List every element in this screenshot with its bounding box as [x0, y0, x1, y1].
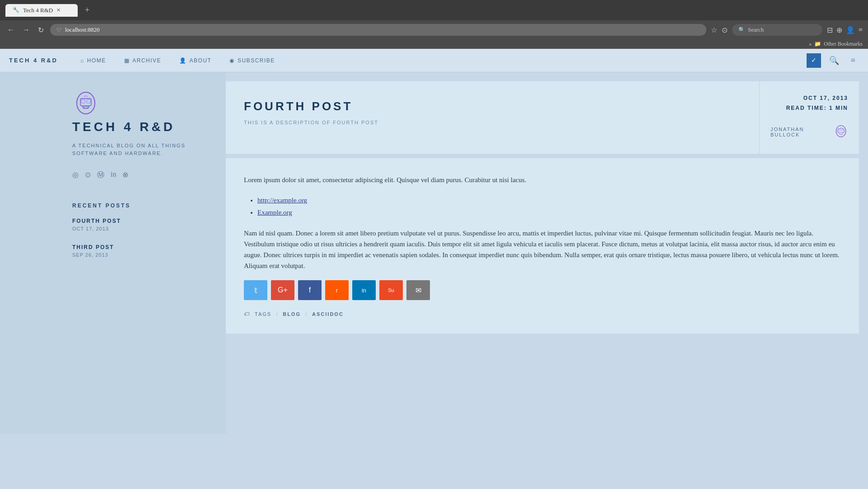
site-nav: TECH 4 R&D ⌂ HOME ▦ ARCHIVE 👤 ABOUT ◉ SU… [0, 49, 868, 72]
linkedin-icon[interactable]: in [111, 170, 116, 180]
browser-tab-active[interactable]: 🔧 Tech 4 R&D ✕ [5, 4, 78, 17]
nav-search-icon[interactable]: 🔍 [826, 52, 843, 69]
recent-post-third[interactable]: THIRD POST SEP 26, 2013 [72, 244, 199, 258]
social-icons: ◎ ⊙ Ⓜ in ⊗ [72, 170, 199, 180]
overflow-icon[interactable]: ≡ [859, 26, 863, 34]
recent-post-third-title: THIRD POST [72, 244, 199, 250]
post-link-1: http://example.org [257, 194, 841, 207]
post-tags: 🏷 TAGS / BLOG / ASCIIDOC [244, 311, 841, 317]
recent-post-third-date: SEP 26, 2013 [72, 252, 199, 258]
share-facebook-button[interactable]: f [298, 280, 322, 300]
share-stumbleupon-button[interactable]: Su [379, 280, 403, 300]
browser-chrome: 🔧 Tech 4 R&D ✕ + [0, 0, 868, 20]
medium-icon[interactable]: Ⓜ [97, 170, 104, 180]
svg-rect-3 [87, 99, 90, 103]
svg-rect-2 [81, 99, 85, 103]
post-meta-side: OCT 17, 2013 READ TIME: 1 MIN JONATHAN B… [760, 81, 859, 154]
recent-post-fourth[interactable]: FOURTH POST OCT 17, 2013 [72, 218, 199, 231]
pocket-icon[interactable]: ⊙ [722, 26, 728, 34]
nav-archive-label: ARCHIVE [132, 57, 161, 64]
post-body-para2: Nam id nisl quam. Donec a lorem sit amet… [244, 228, 841, 271]
other-bookmarks-icon: 📁 [814, 41, 821, 47]
nav-home-label: HOME [87, 57, 106, 64]
site-brand-title: TECH 4 R&D [72, 119, 199, 135]
site-brand-logo [72, 90, 99, 118]
url-text: localhost:8820 [65, 26, 100, 33]
facebook-icon: f [309, 286, 311, 294]
nav-menu-icon[interactable]: ≡ [847, 52, 859, 69]
share-email-button[interactable]: ✉ [406, 280, 430, 300]
url-bar[interactable]: 🛡 localhost:8820 [50, 24, 706, 36]
tag-blog[interactable]: BLOG [283, 311, 301, 317]
back-button[interactable]: ← [5, 24, 16, 36]
search-placeholder: Search [748, 26, 764, 33]
svg-rect-8 [842, 129, 844, 131]
search-bar[interactable]: 🔍 Search [732, 24, 822, 36]
googleplus-icon: G+ [278, 286, 288, 294]
stumbleupon-icon: Su [388, 287, 394, 293]
forward-button[interactable]: → [21, 24, 32, 36]
github-icon[interactable]: ⊙ [85, 170, 91, 180]
tag-sep-1: / [276, 311, 278, 317]
post-body-links: http://example.org Example.org [257, 194, 841, 219]
share-googleplus-button[interactable]: G+ [271, 280, 294, 300]
refresh-button[interactable]: ↻ [36, 24, 46, 36]
share-twitter-button[interactable]: 𝕥 [244, 280, 267, 300]
tags-label: TAGS [255, 311, 271, 317]
downloads-icon[interactable]: ⊟ [827, 26, 833, 34]
post-link-2-anchor[interactable]: Example.org [257, 209, 292, 216]
nav-subscribe-label: SUBSCRIBE [238, 57, 275, 64]
site-logo[interactable]: TECH 4 R&D [9, 57, 58, 64]
tag-icon: 🏷 [244, 311, 250, 317]
sidebar: TECH 4 R&D A TECHNICAL BLOG ON ALL THING… [0, 72, 226, 434]
svg-rect-7 [838, 129, 840, 131]
site-brand-desc: A TECHNICAL BLOG ON ALL THINGSSOFTWARE A… [72, 142, 199, 158]
security-icon: 🛡 [56, 27, 61, 33]
post-readtime: READ TIME: 1 MIN [786, 105, 848, 111]
extensions-icon[interactable]: ⊕ [836, 26, 842, 34]
bookmark-star-icon[interactable]: ☆ [711, 26, 717, 34]
post-body-para1: Lorem ipsum dolor sit amet, consectetur … [244, 174, 841, 185]
nav-subscribe[interactable]: ◉ SUBSCRIBE [220, 49, 284, 72]
rss-icon: ◉ [229, 57, 235, 64]
profile-icon[interactable]: 👤 [846, 26, 855, 34]
nav-archive[interactable]: ▦ ARCHIVE [115, 49, 170, 72]
share-linkedin-button[interactable]: in [352, 280, 376, 300]
browser-actions: ⊟ ⊕ 👤 ≡ [827, 26, 863, 34]
post-title: FOURTH POST [244, 99, 741, 113]
tab-favicon: 🔧 [13, 7, 19, 14]
twitter-icon: 𝕥 [254, 286, 257, 295]
new-tab-button[interactable]: + [81, 4, 93, 17]
post-link-1-anchor[interactable]: http://example.org [257, 197, 307, 204]
tag-sep-2: / [305, 311, 308, 317]
post-author-name: JONATHAN BULLOCK [770, 127, 829, 137]
linkedin-share-icon: in [362, 287, 366, 294]
nav-checkbox[interactable]: ✓ [807, 53, 821, 68]
tab-title: Tech 4 R&D [23, 7, 53, 14]
tag-asciidoc[interactable]: ASCIIDOC [312, 311, 344, 317]
post-header-main: FOURTH POST THIS IS A DESCRIPTION OF FOU… [226, 81, 760, 154]
svg-point-0 [77, 92, 95, 114]
archive-icon: ▦ [124, 57, 130, 64]
other-bookmarks-label[interactable]: Other Bookmarks [824, 41, 863, 47]
nav-about-label: ABOUT [190, 57, 212, 64]
reddit-icon: r [336, 287, 338, 294]
main-content: FOURTH POST THIS IS A DESCRIPTION OF FOU… [226, 72, 868, 434]
nav-about[interactable]: 👤 ABOUT [170, 49, 220, 72]
rss-social-icon[interactable]: ◎ [72, 170, 79, 180]
post-header-card: FOURTH POST THIS IS A DESCRIPTION OF FOU… [226, 81, 859, 154]
nav-home[interactable]: ⌂ HOME [71, 49, 115, 72]
stackoverflow-icon[interactable]: ⊗ [122, 170, 128, 180]
recent-post-fourth-title: FOURTH POST [72, 218, 199, 224]
share-reddit-button[interactable]: r [325, 280, 349, 300]
post-link-2: Example.org [257, 207, 841, 219]
browser-nav: ← → ↻ 🛡 localhost:8820 ☆ ⊙ 🔍 Search ⊟ ⊕ … [0, 20, 868, 39]
post-body: Lorem ipsum dolor sit amet, consectetur … [226, 158, 859, 334]
svg-rect-6 [838, 129, 844, 133]
author-avatar [834, 124, 848, 140]
email-icon: ✉ [415, 286, 421, 295]
bookmarks-more-icon[interactable]: » [809, 41, 812, 47]
tab-close-button[interactable]: ✕ [56, 7, 61, 13]
share-buttons: 𝕥 G+ f r in Su ✉ [244, 280, 841, 300]
search-icon: 🔍 [738, 27, 745, 33]
